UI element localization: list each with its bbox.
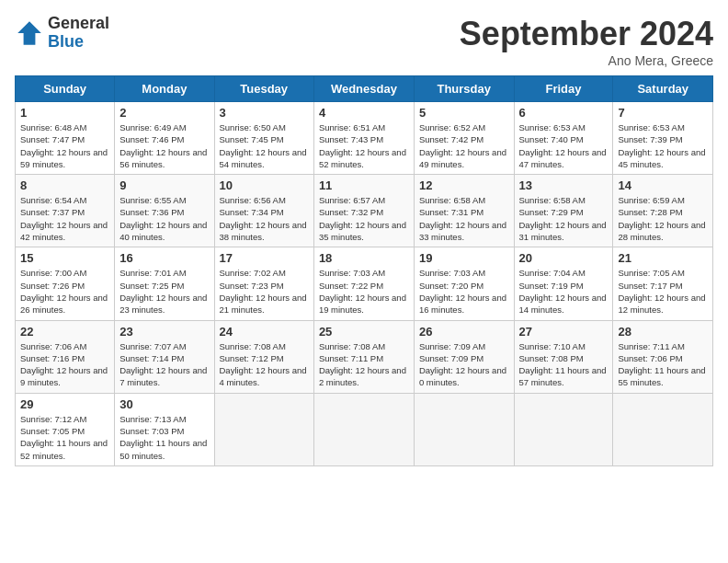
calendar-day-cell: 9 Sunrise: 6:55 AMSunset: 7:36 PMDayligh…	[115, 175, 214, 247]
day-info: Sunrise: 6:56 AMSunset: 7:34 PMDaylight:…	[220, 194, 309, 243]
day-info: Sunrise: 7:13 AMSunset: 7:03 PMDaylight:…	[119, 413, 209, 462]
day-info: Sunrise: 7:07 AMSunset: 7:14 PMDaylight:…	[119, 340, 209, 389]
calendar-day-cell: 13 Sunrise: 6:58 AMSunset: 7:29 PMDaylig…	[514, 175, 613, 247]
day-info: Sunrise: 7:00 AMSunset: 7:26 PMDaylight:…	[20, 267, 109, 316]
calendar-week-row: 1 Sunrise: 6:48 AMSunset: 7:47 PMDayligh…	[16, 102, 713, 175]
day-number: 16	[119, 251, 209, 265]
calendar-day-cell: 17 Sunrise: 7:02 AMSunset: 7:23 PMDaylig…	[214, 247, 313, 320]
logo-text: General Blue	[48, 15, 109, 52]
day-info: Sunrise: 6:49 AMSunset: 7:46 PMDaylight:…	[119, 121, 209, 170]
calendar-day-cell: 29 Sunrise: 7:12 AMSunset: 7:05 PMDaylig…	[16, 393, 115, 465]
calendar-day-cell: 8 Sunrise: 6:54 AMSunset: 7:37 PMDayligh…	[16, 175, 115, 247]
day-info: Sunrise: 7:02 AMSunset: 7:23 PMDaylight:…	[220, 267, 309, 316]
day-info: Sunrise: 7:08 AMSunset: 7:11 PMDaylight:…	[319, 340, 409, 389]
calendar-day-cell: 24 Sunrise: 7:08 AMSunset: 7:12 PMDaylig…	[214, 320, 313, 393]
day-number: 25	[319, 325, 409, 339]
day-number: 1	[20, 106, 109, 120]
day-number: 28	[618, 325, 708, 339]
calendar-day-cell: 5 Sunrise: 6:52 AMSunset: 7:42 PMDayligh…	[414, 102, 514, 175]
calendar-empty-cell	[613, 393, 713, 465]
calendar-day-cell: 11 Sunrise: 6:57 AMSunset: 7:32 PMDaylig…	[313, 175, 414, 247]
title-area: September 2024 Ano Mera, Greece	[460, 15, 713, 68]
logo-blue: Blue	[48, 33, 109, 52]
calendar-day-cell: 25 Sunrise: 7:08 AMSunset: 7:11 PMDaylig…	[313, 320, 414, 393]
calendar-day-cell: 30 Sunrise: 7:13 AMSunset: 7:03 PMDaylig…	[115, 393, 214, 465]
calendar-day-cell: 3 Sunrise: 6:50 AMSunset: 7:45 PMDayligh…	[214, 102, 313, 175]
day-number: 12	[419, 178, 509, 192]
day-number: 6	[519, 106, 609, 120]
day-number: 21	[618, 251, 708, 265]
day-info: Sunrise: 6:48 AMSunset: 7:47 PMDaylight:…	[20, 121, 109, 170]
calendar-day-cell: 28 Sunrise: 7:11 AMSunset: 7:06 PMDaylig…	[613, 320, 713, 393]
day-number: 8	[20, 178, 109, 192]
calendar-week-row: 29 Sunrise: 7:12 AMSunset: 7:05 PMDaylig…	[16, 393, 713, 465]
day-info: Sunrise: 7:03 AMSunset: 7:22 PMDaylight:…	[319, 267, 409, 316]
day-info: Sunrise: 6:58 AMSunset: 7:31 PMDaylight:…	[419, 194, 509, 243]
day-info: Sunrise: 6:53 AMSunset: 7:39 PMDaylight:…	[618, 121, 708, 170]
calendar-day-cell: 21 Sunrise: 7:05 AMSunset: 7:17 PMDaylig…	[613, 247, 713, 320]
calendar-empty-cell	[414, 393, 514, 465]
calendar-day-cell: 19 Sunrise: 7:03 AMSunset: 7:20 PMDaylig…	[414, 247, 514, 320]
col-tuesday: Tuesday	[214, 76, 313, 102]
calendar-table: Sunday Monday Tuesday Wednesday Thursday…	[15, 75, 713, 466]
day-info: Sunrise: 7:12 AMSunset: 7:05 PMDaylight:…	[20, 413, 109, 462]
day-info: Sunrise: 6:50 AMSunset: 7:45 PMDaylight:…	[220, 121, 309, 170]
logo: General Blue	[15, 15, 109, 52]
calendar-empty-cell	[514, 393, 613, 465]
day-number: 11	[319, 178, 409, 192]
header: General Blue September 2024 Ano Mera, Gr…	[15, 15, 713, 68]
day-info: Sunrise: 6:59 AMSunset: 7:28 PMDaylight:…	[618, 194, 708, 243]
calendar-day-cell: 4 Sunrise: 6:51 AMSunset: 7:43 PMDayligh…	[313, 102, 414, 175]
col-sunday: Sunday	[16, 76, 115, 102]
calendar-day-cell: 12 Sunrise: 6:58 AMSunset: 7:31 PMDaylig…	[414, 175, 514, 247]
calendar-day-cell: 2 Sunrise: 6:49 AMSunset: 7:46 PMDayligh…	[115, 102, 214, 175]
calendar-day-cell: 15 Sunrise: 7:00 AMSunset: 7:26 PMDaylig…	[16, 247, 115, 320]
calendar-day-cell: 20 Sunrise: 7:04 AMSunset: 7:19 PMDaylig…	[514, 247, 613, 320]
col-friday: Friday	[514, 76, 613, 102]
day-number: 2	[119, 106, 209, 120]
day-number: 18	[319, 251, 409, 265]
calendar-day-cell: 18 Sunrise: 7:03 AMSunset: 7:22 PMDaylig…	[313, 247, 414, 320]
day-number: 26	[419, 325, 509, 339]
day-number: 9	[119, 178, 209, 192]
day-number: 15	[20, 251, 109, 265]
calendar-day-cell: 14 Sunrise: 6:59 AMSunset: 7:28 PMDaylig…	[613, 175, 713, 247]
day-number: 10	[220, 178, 309, 192]
day-number: 7	[618, 106, 708, 120]
day-number: 23	[119, 325, 209, 339]
col-thursday: Thursday	[414, 76, 514, 102]
day-info: Sunrise: 6:55 AMSunset: 7:36 PMDaylight:…	[119, 194, 209, 243]
calendar-day-cell: 26 Sunrise: 7:09 AMSunset: 7:09 PMDaylig…	[414, 320, 514, 393]
calendar-week-row: 22 Sunrise: 7:06 AMSunset: 7:16 PMDaylig…	[16, 320, 713, 393]
calendar-week-row: 15 Sunrise: 7:00 AMSunset: 7:26 PMDaylig…	[16, 247, 713, 320]
day-info: Sunrise: 7:04 AMSunset: 7:19 PMDaylight:…	[519, 267, 609, 316]
location: Ano Mera, Greece	[460, 53, 713, 68]
calendar-day-cell: 7 Sunrise: 6:53 AMSunset: 7:39 PMDayligh…	[613, 102, 713, 175]
day-info: Sunrise: 7:10 AMSunset: 7:08 PMDaylight:…	[519, 340, 609, 389]
calendar-day-cell: 16 Sunrise: 7:01 AMSunset: 7:25 PMDaylig…	[115, 247, 214, 320]
calendar-week-row: 8 Sunrise: 6:54 AMSunset: 7:37 PMDayligh…	[16, 175, 713, 247]
calendar-day-cell: 10 Sunrise: 6:56 AMSunset: 7:34 PMDaylig…	[214, 175, 313, 247]
logo-general: General	[48, 15, 109, 33]
day-number: 29	[20, 397, 109, 411]
day-number: 3	[220, 106, 309, 120]
day-info: Sunrise: 7:08 AMSunset: 7:12 PMDaylight:…	[220, 340, 309, 389]
logo-icon	[15, 18, 44, 48]
day-info: Sunrise: 7:11 AMSunset: 7:06 PMDaylight:…	[618, 340, 708, 389]
calendar-empty-cell	[313, 393, 414, 465]
col-monday: Monday	[115, 76, 214, 102]
day-info: Sunrise: 6:57 AMSunset: 7:32 PMDaylight:…	[319, 194, 409, 243]
calendar-day-cell: 1 Sunrise: 6:48 AMSunset: 7:47 PMDayligh…	[16, 102, 115, 175]
calendar-header-row: Sunday Monday Tuesday Wednesday Thursday…	[16, 76, 713, 102]
month-title: September 2024	[460, 15, 713, 53]
day-number: 19	[419, 251, 509, 265]
day-info: Sunrise: 6:58 AMSunset: 7:29 PMDaylight:…	[519, 194, 609, 243]
col-saturday: Saturday	[613, 76, 713, 102]
day-info: Sunrise: 7:01 AMSunset: 7:25 PMDaylight:…	[119, 267, 209, 316]
calendar-day-cell: 23 Sunrise: 7:07 AMSunset: 7:14 PMDaylig…	[115, 320, 214, 393]
day-number: 14	[618, 178, 708, 192]
day-number: 24	[220, 325, 309, 339]
day-info: Sunrise: 7:05 AMSunset: 7:17 PMDaylight:…	[618, 267, 708, 316]
calendar-day-cell: 22 Sunrise: 7:06 AMSunset: 7:16 PMDaylig…	[16, 320, 115, 393]
day-info: Sunrise: 7:06 AMSunset: 7:16 PMDaylight:…	[20, 340, 109, 389]
